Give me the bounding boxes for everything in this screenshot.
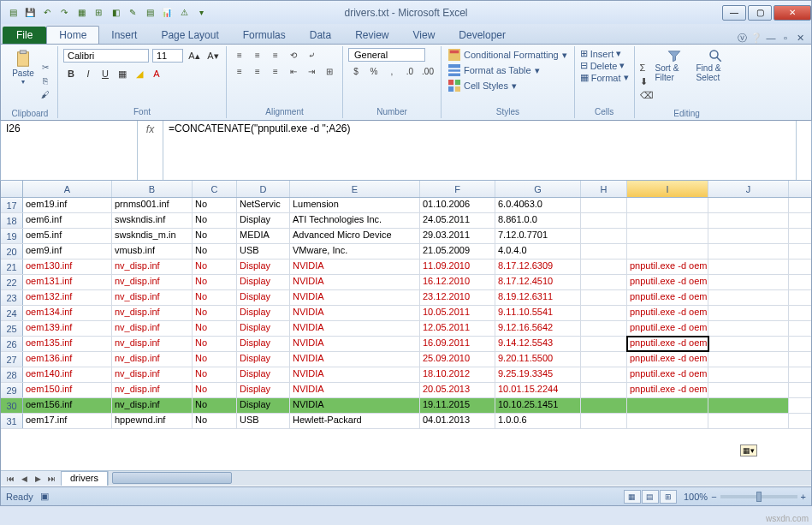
cell[interactable]: USB <box>237 414 290 428</box>
row-header[interactable]: 23 <box>1 290 23 305</box>
cell[interactable]: Display <box>237 383 290 397</box>
cell[interactable]: Lumension <box>290 198 420 212</box>
cell[interactable]: ATI Technologies Inc. <box>290 213 420 228</box>
tab-last-icon[interactable]: ⏭ <box>45 474 57 483</box>
cell[interactable]: pnputil.exe -d oem139.inf <box>627 321 708 336</box>
cell[interactable]: oem19.inf <box>23 198 112 212</box>
sheet-tab[interactable]: drivers <box>61 471 108 486</box>
cell[interactable]: Display <box>237 275 290 289</box>
format-painter-icon[interactable]: 🖌 <box>39 90 52 102</box>
view-tab[interactable]: View <box>401 27 447 44</box>
select-all-corner[interactable] <box>1 181 23 197</box>
cell[interactable]: 21.05.2009 <box>420 244 495 259</box>
bold-button[interactable]: B <box>63 66 79 81</box>
cell[interactable]: 1.0.0.6 <box>495 414 581 428</box>
align-right-icon[interactable]: ≡ <box>268 64 283 78</box>
cell[interactable] <box>581 321 627 336</box>
col-header-c[interactable]: C <box>193 181 237 197</box>
row-header[interactable]: 25 <box>1 321 23 336</box>
decrease-indent-icon[interactable]: ⇤ <box>286 64 301 78</box>
align-left-icon[interactable]: ≡ <box>232 64 247 78</box>
qat-icon-2[interactable]: ⊞ <box>92 6 105 20</box>
col-header-a[interactable]: A <box>23 181 112 197</box>
find-select-button[interactable]: Find & Select <box>696 48 734 116</box>
cell[interactable] <box>581 260 627 274</box>
cell[interactable]: 18.10.2012 <box>420 367 495 382</box>
cell[interactable] <box>581 398 627 413</box>
cell[interactable] <box>708 213 789 228</box>
autofill-smarttag-icon[interactable]: ▦▾ <box>740 444 757 456</box>
cell[interactable]: 20.05.2013 <box>420 383 495 397</box>
cut-icon[interactable]: ✂ <box>39 63 52 75</box>
cell[interactable] <box>708 198 789 212</box>
cell[interactable]: No <box>193 260 237 274</box>
font-size-select[interactable]: 11 <box>152 49 183 63</box>
cell[interactable] <box>708 337 789 351</box>
cell[interactable]: No <box>193 290 237 305</box>
cell[interactable]: No <box>193 306 237 320</box>
cell[interactable]: oem131.inf <box>23 275 112 289</box>
table-row[interactable]: 20oem9.infvmusb.infNoUSBVMware, Inc.21.0… <box>1 244 811 260</box>
cell[interactable]: 9.14.12.5543 <box>495 337 581 351</box>
cell[interactable]: oem5.inf <box>23 229 112 243</box>
row-header[interactable]: 26 <box>1 337 23 351</box>
cell[interactable] <box>627 229 708 243</box>
normal-view-icon[interactable]: ▦ <box>624 490 641 504</box>
cell[interactable]: 8.17.12.6309 <box>495 260 581 274</box>
cell[interactable]: 9.11.10.5541 <box>495 306 581 320</box>
format-as-table-button[interactable]: Format as Table ▾ <box>447 63 569 77</box>
cell[interactable]: nv_disp.inf <box>112 260 193 274</box>
col-header-g[interactable]: G <box>495 181 581 197</box>
row-header[interactable]: 18 <box>1 213 23 228</box>
qat-icon-4[interactable]: ✎ <box>126 6 139 20</box>
cell[interactable]: 8.17.12.4510 <box>495 275 581 289</box>
cell[interactable]: nv_disp.inf <box>112 321 193 336</box>
cell[interactable]: nv_disp.inf <box>112 383 193 397</box>
cell[interactable] <box>581 275 627 289</box>
cell[interactable]: hppewnd.inf <box>112 414 193 428</box>
cell[interactable] <box>708 414 789 428</box>
table-row[interactable]: 18oem6.infswskndis.infNoDisplayATI Techn… <box>1 213 811 229</box>
cell[interactable]: 9.12.16.5642 <box>495 321 581 336</box>
minimize-ribbon-icon[interactable]: ⓥ <box>736 32 748 44</box>
cell[interactable] <box>581 198 627 212</box>
cell[interactable]: No <box>193 213 237 228</box>
cell[interactable]: pnputil.exe -d oem131.inf <box>627 275 708 289</box>
cell[interactable] <box>708 306 789 320</box>
cell[interactable]: oem9.inf <box>23 244 112 259</box>
qat-icon-6[interactable]: 📊 <box>160 6 174 20</box>
cell[interactable]: 19.11.2015 <box>420 398 495 413</box>
cell[interactable]: pnputil.exe -d oem134.inf <box>627 306 708 320</box>
cell[interactable]: MEDIA <box>237 229 290 243</box>
align-bottom-icon[interactable]: ≡ <box>268 48 283 62</box>
cell[interactable]: 04.01.2013 <box>420 414 495 428</box>
decrease-font-icon[interactable]: A▾ <box>205 48 221 63</box>
cell[interactable] <box>581 414 627 428</box>
cell[interactable]: 10.05.2011 <box>420 306 495 320</box>
col-header-f[interactable]: F <box>420 181 495 197</box>
cell[interactable]: NVIDIA <box>290 367 420 382</box>
cell[interactable]: Display <box>237 290 290 305</box>
cell[interactable]: NVIDIA <box>290 337 420 351</box>
cell[interactable]: Display <box>237 337 290 351</box>
table-row[interactable]: 25oem139.infnv_disp.infNoDisplayNVIDIA12… <box>1 321 811 337</box>
cell[interactable]: oem130.inf <box>23 260 112 274</box>
cell[interactable]: 23.12.2010 <box>420 290 495 305</box>
align-center-icon[interactable]: ≡ <box>250 64 265 78</box>
cell[interactable]: swskndis.inf <box>112 213 193 228</box>
cell[interactable] <box>581 367 627 382</box>
cell[interactable]: Hewlett-Packard <box>290 414 420 428</box>
cell[interactable] <box>581 290 627 305</box>
cell[interactable]: oem156.inf <box>23 398 112 413</box>
table-row[interactable]: 29oem150.infnv_disp.infNoDisplayNVIDIA20… <box>1 383 811 398</box>
align-top-icon[interactable]: ≡ <box>232 48 247 62</box>
cell[interactable]: Display <box>237 260 290 274</box>
cell[interactable] <box>708 260 789 274</box>
row-header[interactable]: 29 <box>1 383 23 397</box>
row-header[interactable]: 20 <box>1 244 23 259</box>
qat-dropdown-icon[interactable]: ▾ <box>194 6 208 20</box>
close-button[interactable]: ✕ <box>773 5 811 21</box>
home-tab[interactable]: Home <box>46 26 99 44</box>
fill-color-icon[interactable]: ◢ <box>132 66 147 81</box>
cell[interactable]: No <box>193 321 237 336</box>
